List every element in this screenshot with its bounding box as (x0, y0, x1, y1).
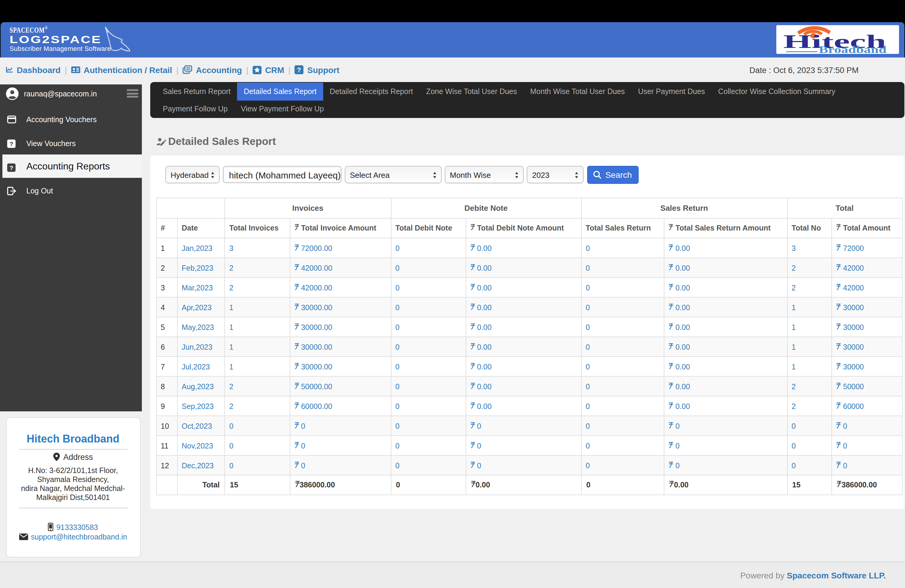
svg-text:?: ? (10, 140, 13, 147)
svg-text:?: ? (10, 164, 13, 171)
svg-text:Broadband: Broadband (819, 44, 886, 54)
svg-text:?: ? (297, 66, 301, 74)
